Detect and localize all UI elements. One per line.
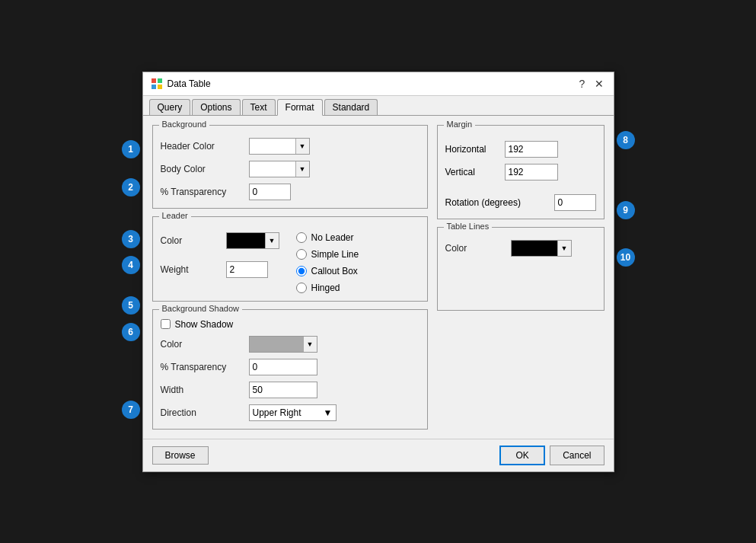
table-lines-color-label: Color [445, 243, 506, 254]
shadow-color-swatch [250, 337, 303, 352]
badge-6: 6 [122, 323, 140, 341]
show-shadow-checkbox[interactable] [161, 319, 171, 329]
shadow-direction-value: Upper Right [253, 407, 321, 418]
shadow-width-label: Width [161, 385, 244, 395]
title-bar: Data Table ? ✕ [143, 72, 614, 96]
header-color-dropdown[interactable]: ▼ [249, 138, 310, 155]
margin-section: Margin Horizontal Vertical Rotation (deg… [437, 125, 604, 219]
radio-hinged-input[interactable] [296, 283, 307, 293]
table-lines-color-swatch [512, 241, 557, 256]
transparency-input[interactable]: 0 [249, 184, 291, 200]
body-color-row: Body Color ▼ [161, 161, 419, 177]
left-column: 1 2 Background Header Color ▼ [152, 125, 428, 430]
badge-10: 10 [617, 248, 635, 267]
header-color-label: Header Color [161, 141, 244, 152]
title-bar-buttons: ? ✕ [576, 77, 606, 91]
body-color-swatch [250, 161, 295, 177]
table-lines-color-dropdown[interactable]: ▼ [511, 240, 572, 257]
footer: Browse OK Cancel [143, 439, 614, 471]
right-column: 8 9 Margin Horizontal Vertical [437, 125, 604, 430]
shadow-transparency-row: % Transparency [161, 359, 419, 375]
transparency-label: % Transparency [161, 187, 244, 197]
footer-right: OK Cancel [499, 446, 604, 465]
leader-color-arrow: ▼ [265, 233, 279, 248]
shadow-width-input[interactable] [249, 382, 317, 398]
radio-simple-line[interactable]: Simple Line [296, 249, 359, 260]
rotation-row: Rotation (degrees) [445, 194, 596, 211]
help-button[interactable]: ? [576, 77, 589, 91]
browse-button[interactable]: Browse [152, 446, 209, 465]
transparency-row: % Transparency 0 [161, 184, 419, 200]
leader-title: Leader [159, 211, 191, 220]
rotation-input[interactable] [554, 194, 596, 211]
radio-no-leader-label: No Leader [311, 232, 354, 243]
leader-weight-input[interactable] [226, 261, 268, 278]
radio-simple-line-input[interactable] [296, 249, 307, 260]
leader-color-swatch [227, 233, 265, 248]
radio-hinged-label: Hinged [311, 283, 340, 293]
header-color-swatch [250, 139, 295, 154]
cancel-button[interactable]: Cancel [550, 446, 604, 465]
radio-callout-box-label: Callout Box [311, 266, 358, 276]
show-shadow-label: Show Shadow [175, 319, 234, 330]
content-area: 1 2 Background Header Color ▼ [143, 116, 614, 439]
leader-weight-row: Weight [161, 261, 279, 278]
background-section: Background Header Color ▼ Body Color ▼ [152, 125, 428, 209]
radio-callout-box-input[interactable] [296, 266, 307, 276]
shadow-direction-row: Direction Upper Right ▼ [161, 404, 419, 421]
radio-hinged[interactable]: Hinged [296, 283, 359, 293]
close-button[interactable]: ✕ [592, 77, 606, 91]
radio-no-leader[interactable]: No Leader [296, 232, 359, 243]
tab-query[interactable]: Query [149, 99, 191, 115]
tab-format[interactable]: Format [277, 99, 323, 116]
shadow-transparency-input[interactable] [249, 359, 317, 375]
leader-color-row: Color ▼ [161, 232, 279, 249]
shadow-direction-label: Direction [161, 407, 244, 418]
margin-title: Margin [444, 120, 476, 129]
leader-weight-label: Weight [161, 264, 222, 275]
body-color-dropdown[interactable]: ▼ [249, 161, 310, 177]
shadow-width-row: Width [161, 382, 419, 398]
app-icon [151, 78, 163, 90]
radio-callout-box[interactable]: Callout Box [296, 266, 359, 276]
svg-rect-3 [158, 85, 162, 89]
show-shadow-row: Show Shadow [161, 319, 419, 330]
table-lines-color-row: Color ▼ [445, 240, 596, 257]
badge-5: 5 [122, 296, 140, 315]
svg-rect-1 [158, 78, 162, 83]
tab-standard[interactable]: Standard [324, 99, 378, 115]
title-bar-left: Data Table [151, 78, 211, 90]
leader-right: No Leader Simple Line Callout Box [289, 229, 359, 293]
radio-simple-line-label: Simple Line [311, 249, 359, 260]
body-color-arrow: ▼ [295, 161, 309, 177]
shadow-direction-dropdown[interactable]: Upper Right ▼ [249, 404, 337, 421]
shadow-transparency-label: % Transparency [161, 362, 244, 372]
shadow-title: Background Shadow [159, 304, 243, 313]
table-lines-section: Table Lines Color ▼ [437, 227, 604, 311]
leader-left: Color ▼ Weight [161, 229, 279, 293]
shadow-color-dropdown[interactable]: ▼ [249, 336, 317, 353]
shadow-direction-arrow: ▼ [324, 407, 333, 418]
dialog: Data Table ? ✕ Query Options Text Format… [142, 72, 614, 472]
tab-options[interactable]: Options [192, 99, 240, 115]
horizontal-input[interactable] [505, 141, 558, 158]
leader-section-wrapper: 3 4 5 Leader Color [152, 216, 428, 302]
vertical-row: Vertical [445, 164, 596, 180]
svg-rect-2 [152, 85, 156, 89]
header-color-row: Header Color ▼ [161, 138, 419, 155]
tab-bar: Query Options Text Format Standard [143, 96, 614, 116]
table-lines-color-arrow: ▼ [557, 241, 571, 256]
radio-group: No Leader Simple Line Callout Box [296, 232, 359, 293]
ok-button[interactable]: OK [499, 446, 545, 465]
leader-main: Color ▼ Weight [161, 229, 419, 293]
rotation-label: Rotation (degrees) [445, 197, 548, 208]
dialog-title: Data Table [167, 78, 211, 89]
radio-no-leader-input[interactable] [296, 232, 307, 243]
leader-section: Leader Color ▼ Weight [152, 216, 428, 302]
vertical-input[interactable] [505, 164, 558, 180]
tab-text[interactable]: Text [242, 99, 276, 115]
leader-color-dropdown[interactable]: ▼ [226, 232, 279, 249]
badge-1: 1 [122, 140, 140, 158]
badge-2: 2 [122, 178, 140, 196]
badge-8: 8 [617, 131, 635, 149]
